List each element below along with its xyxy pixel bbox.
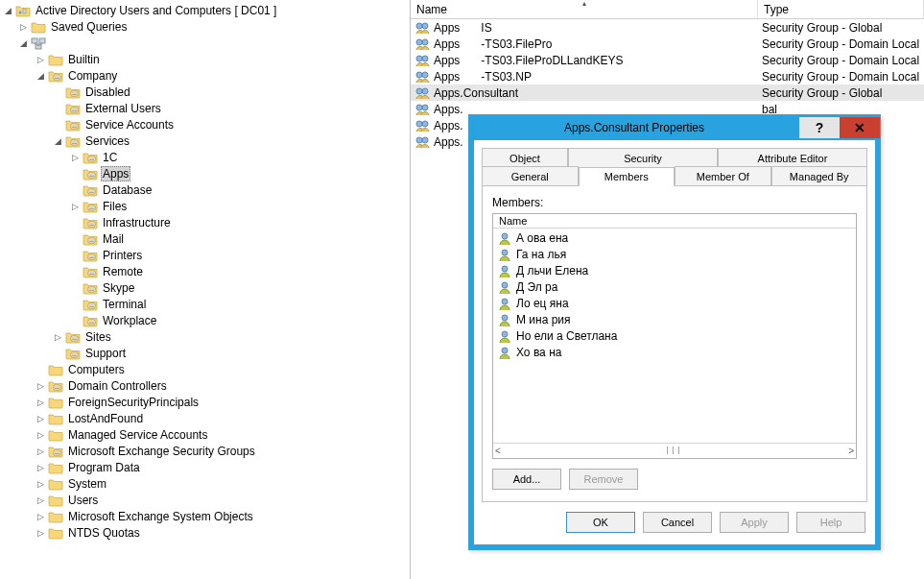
tree-sites[interactable]: ▷Sites xyxy=(0,328,410,345)
collapse-icon[interactable]: ◢ xyxy=(17,37,29,49)
member-row[interactable]: Хо ва на xyxy=(493,344,856,360)
tab-managed-by[interactable]: Managed By xyxy=(771,166,868,185)
label: Add... xyxy=(513,473,541,485)
tab-attribute-editor[interactable]: Attribute Editor xyxy=(718,148,867,167)
col-name[interactable]: Name ▴ xyxy=(411,0,758,18)
list-row[interactable]: Apps.ConsultantSecurity Group - Global xyxy=(411,84,924,101)
list-row[interactable]: Apps-TS03.FileProDLLandKEYSSecurity Grou… xyxy=(411,52,924,68)
tree-disabled[interactable]: Disabled xyxy=(0,84,410,100)
tree-1c[interactable]: ▷1C xyxy=(0,149,410,165)
member-row[interactable]: Д льчи Елена xyxy=(493,262,856,278)
list-row[interactable]: AppsISSecurity Group - Global xyxy=(411,19,924,36)
expand-icon[interactable]: ▷ xyxy=(35,527,46,539)
tree-lostandfound[interactable]: ▷LostAndFound xyxy=(0,410,410,426)
expand-icon[interactable]: ▷ xyxy=(52,331,63,343)
add-button[interactable]: Add... xyxy=(492,469,561,490)
collapse-icon[interactable]: ◢ xyxy=(35,70,46,82)
list-row[interactable]: Apps-TS03.NPSecurity Group - Domain Loca… xyxy=(411,68,924,84)
collapse-icon[interactable]: ◢ xyxy=(2,5,13,16)
row-type: Security Group - Global xyxy=(758,21,924,35)
tree-root[interactable]: ◢ Active Directory Users and Computers [… xyxy=(0,2,410,18)
tree-printers[interactable]: Printers xyxy=(0,247,410,263)
expand-icon[interactable]: ▷ xyxy=(35,380,46,392)
member-row[interactable]: Ло ец яна xyxy=(493,295,856,311)
tab-object[interactable]: Object xyxy=(482,148,568,167)
tree-database[interactable]: Database xyxy=(0,181,410,198)
tree-program-data[interactable]: ▷Program Data xyxy=(0,459,410,475)
col-type[interactable]: Type xyxy=(758,0,924,18)
apply-button[interactable]: Apply xyxy=(720,512,789,533)
tree-external-users[interactable]: External Users xyxy=(0,100,410,116)
tree-builtin[interactable]: ▷ Builtin xyxy=(0,51,410,67)
remove-button[interactable]: Remove xyxy=(569,469,638,490)
expand-icon[interactable]: ▷ xyxy=(35,54,46,65)
collapse-icon[interactable]: ◢ xyxy=(52,135,63,147)
expand-icon[interactable]: ▷ xyxy=(35,429,46,441)
member-row[interactable]: Га на лья xyxy=(493,246,856,262)
tab-members[interactable]: Members xyxy=(579,167,675,186)
tree-terminal[interactable]: Terminal xyxy=(0,296,410,312)
expand-icon[interactable]: ▷ xyxy=(69,152,81,163)
expand-icon[interactable]: ▷ xyxy=(35,446,46,457)
tree-mesg[interactable]: ▷Microsoft Exchange Security Groups xyxy=(0,443,410,459)
tree-skype[interactable]: Skype xyxy=(0,279,410,296)
tree-apps[interactable]: Apps xyxy=(0,165,410,181)
tree-fsp[interactable]: ▷ForeignSecurityPrincipals xyxy=(0,394,410,410)
user-icon xyxy=(497,231,512,245)
expand-icon[interactable]: ▷ xyxy=(35,462,46,473)
scroll-left-icon[interactable]: < xyxy=(495,446,501,456)
tree-meso[interactable]: ▷Microsoft Exchange System Objects xyxy=(0,508,410,524)
tab-general[interactable]: General xyxy=(482,166,579,185)
user-icon xyxy=(497,248,512,261)
expand-icon[interactable]: ▷ xyxy=(35,413,46,424)
help-button[interactable]: Help xyxy=(796,512,865,533)
expand-icon[interactable]: ▷ xyxy=(69,201,81,212)
tree-support[interactable]: Support xyxy=(0,345,410,361)
expand-icon[interactable]: ▷ xyxy=(35,397,46,408)
dialog-help-button[interactable]: ? xyxy=(799,117,840,138)
tab-security[interactable]: Security xyxy=(568,148,718,167)
ok-button[interactable]: OK xyxy=(566,512,635,533)
member-row[interactable]: Но ели а Светлана xyxy=(493,327,856,344)
tree[interactable]: ◢ Active Directory Users and Computers [… xyxy=(0,2,410,541)
list-row[interactable]: Apps-TS03.FileProSecurity Group - Domain… xyxy=(411,36,924,52)
members-listbox[interactable]: Name А ова енаГа на льяД льчи ЕленаД Эл … xyxy=(492,213,857,459)
expand-icon[interactable]: ▷ xyxy=(35,511,46,522)
tree-users[interactable]: ▷Users xyxy=(0,492,410,508)
tab-member-of[interactable]: Member Of xyxy=(675,166,771,185)
tree-remote[interactable]: Remote xyxy=(0,263,410,279)
tree-infrastructure[interactable]: Infrastructure xyxy=(0,214,410,230)
tree-system[interactable]: ▷System xyxy=(0,475,410,492)
member-row[interactable]: М ина рия xyxy=(493,311,856,327)
tree-saved-queries[interactable]: ▷ Saved Queries xyxy=(0,18,410,35)
member-row[interactable]: А ова ена xyxy=(493,229,856,246)
tree-ntds[interactable]: ▷NTDS Quotas xyxy=(0,524,410,541)
member-row[interactable]: Д Эл ра xyxy=(493,278,856,295)
tree-service-accounts[interactable]: Service Accounts xyxy=(0,116,410,133)
dialog-close-button[interactable]: ✕ xyxy=(840,117,880,138)
tree-msa[interactable]: ▷Managed Service Accounts xyxy=(0,426,410,443)
ou-icon xyxy=(48,379,63,393)
tree-computers[interactable]: Computers xyxy=(0,361,410,377)
tree-domain[interactable]: ◢ xyxy=(0,35,410,51)
expand-icon[interactable]: ▷ xyxy=(35,478,46,490)
scroll-thumb[interactable]: III xyxy=(598,446,751,456)
tree-files[interactable]: ▷Files xyxy=(0,198,410,214)
members-label: Members: xyxy=(492,196,857,209)
cancel-button[interactable]: Cancel xyxy=(643,512,712,533)
tree-mail[interactable]: Mail xyxy=(0,230,410,247)
members-list[interactable]: А ова енаГа на льяД льчи ЕленаД Эл раЛо … xyxy=(493,229,856,443)
tree-domain-controllers[interactable]: ▷Domain Controllers xyxy=(0,377,410,394)
expand-icon[interactable]: ▷ xyxy=(17,21,29,33)
label: Mail xyxy=(101,231,126,247)
dialog-titlebar[interactable]: Apps.Consultant Properties ? ✕ xyxy=(469,115,880,140)
tree-services[interactable]: ◢Services xyxy=(0,133,410,149)
members-col-name[interactable]: Name xyxy=(493,214,856,229)
scroll-right-icon[interactable]: > xyxy=(848,446,854,456)
h-scrollbar[interactable]: < III > xyxy=(493,443,856,458)
tree-workplace[interactable]: Workplace xyxy=(0,312,410,328)
ou-icon xyxy=(83,167,98,181)
tree-company[interactable]: ◢ Company xyxy=(0,67,410,84)
list-header[interactable]: Name ▴ Type xyxy=(411,0,924,19)
expand-icon[interactable]: ▷ xyxy=(35,495,46,506)
